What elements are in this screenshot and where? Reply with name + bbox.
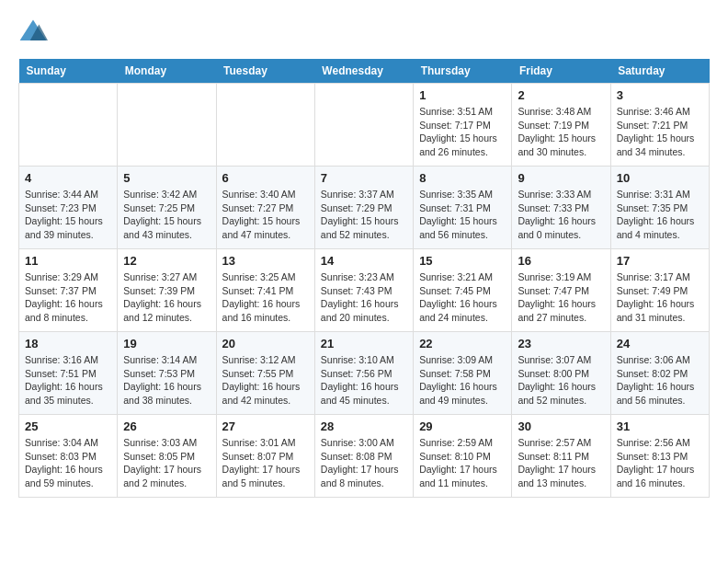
day-number: 10 <box>617 171 703 185</box>
day-detail: Sunrise: 3:35 AM Sunset: 7:31 PM Dayligh… <box>419 188 506 242</box>
calendar-cell: 24Sunrise: 3:06 AM Sunset: 8:02 PM Dayli… <box>610 332 709 415</box>
day-detail: Sunrise: 3:17 AM Sunset: 7:49 PM Dayligh… <box>617 270 703 325</box>
logo-icon <box>18 18 48 44</box>
day-number: 11 <box>25 254 111 268</box>
day-detail: Sunrise: 2:56 AM Sunset: 8:13 PM Dayligh… <box>617 436 703 490</box>
calendar-cell: 21Sunrise: 3:10 AM Sunset: 7:56 PM Dayli… <box>314 332 413 415</box>
column-header-saturday: Saturday <box>610 59 709 84</box>
calendar-cell: 12Sunrise: 3:27 AM Sunset: 7:39 PM Dayli… <box>118 249 216 332</box>
day-detail: Sunrise: 3:37 AM Sunset: 7:29 PM Dayligh… <box>321 188 407 242</box>
day-number: 29 <box>419 419 506 433</box>
calendar-cell: 26Sunrise: 3:03 AM Sunset: 8:05 PM Dayli… <box>118 415 216 498</box>
day-number: 4 <box>25 171 111 185</box>
column-header-sunday: Sunday <box>19 59 118 84</box>
day-detail: Sunrise: 3:44 AM Sunset: 7:23 PM Dayligh… <box>25 188 111 242</box>
day-number: 14 <box>321 254 407 268</box>
day-number: 31 <box>617 419 703 433</box>
day-number: 12 <box>123 254 210 268</box>
calendar-cell: 6Sunrise: 3:40 AM Sunset: 7:27 PM Daylig… <box>216 167 314 249</box>
calendar-cell: 27Sunrise: 3:01 AM Sunset: 8:07 PM Dayli… <box>216 415 314 498</box>
calendar-cell: 10Sunrise: 3:31 AM Sunset: 7:35 PM Dayli… <box>610 167 709 249</box>
logo <box>18 18 51 44</box>
column-header-friday: Friday <box>512 59 610 84</box>
day-detail: Sunrise: 3:12 AM Sunset: 7:55 PM Dayligh… <box>222 353 309 408</box>
day-number: 2 <box>518 88 604 102</box>
day-detail: Sunrise: 2:59 AM Sunset: 8:10 PM Dayligh… <box>419 436 506 490</box>
day-number: 19 <box>123 337 210 350</box>
day-number: 15 <box>419 254 506 268</box>
day-detail: Sunrise: 3:06 AM Sunset: 8:02 PM Dayligh… <box>617 353 703 408</box>
page-header <box>18 18 710 44</box>
column-header-wednesday: Wednesday <box>314 59 413 84</box>
day-detail: Sunrise: 2:57 AM Sunset: 8:11 PM Dayligh… <box>518 436 604 490</box>
day-detail: Sunrise: 3:25 AM Sunset: 7:41 PM Dayligh… <box>222 270 309 325</box>
day-number: 6 <box>222 171 309 185</box>
calendar-cell: 11Sunrise: 3:29 AM Sunset: 7:37 PM Dayli… <box>19 249 118 332</box>
calendar-cell: 4Sunrise: 3:44 AM Sunset: 7:23 PM Daylig… <box>19 167 118 249</box>
calendar-cell: 23Sunrise: 3:07 AM Sunset: 8:00 PM Dayli… <box>512 332 610 415</box>
day-detail: Sunrise: 3:16 AM Sunset: 7:51 PM Dayligh… <box>25 353 111 408</box>
calendar-cell: 9Sunrise: 3:33 AM Sunset: 7:33 PM Daylig… <box>512 167 610 249</box>
day-number: 16 <box>518 254 604 268</box>
calendar-cell: 3Sunrise: 3:46 AM Sunset: 7:21 PM Daylig… <box>610 84 709 167</box>
calendar-cell: 1Sunrise: 3:51 AM Sunset: 7:17 PM Daylig… <box>414 84 512 167</box>
day-detail: Sunrise: 3:31 AM Sunset: 7:35 PM Dayligh… <box>617 188 703 242</box>
calendar-cell <box>216 84 314 167</box>
calendar-cell: 25Sunrise: 3:04 AM Sunset: 8:03 PM Dayli… <box>19 415 118 498</box>
calendar-cell <box>314 84 413 167</box>
calendar-cell: 30Sunrise: 2:57 AM Sunset: 8:11 PM Dayli… <box>512 415 610 498</box>
day-detail: Sunrise: 3:23 AM Sunset: 7:43 PM Dayligh… <box>321 270 407 325</box>
calendar-week-1: 1Sunrise: 3:51 AM Sunset: 7:17 PM Daylig… <box>19 84 710 167</box>
calendar-cell: 13Sunrise: 3:25 AM Sunset: 7:41 PM Dayli… <box>216 249 314 332</box>
day-number: 9 <box>518 171 604 185</box>
day-number: 1 <box>419 88 506 102</box>
column-header-monday: Monday <box>118 59 216 84</box>
calendar-cell: 18Sunrise: 3:16 AM Sunset: 7:51 PM Dayli… <box>19 332 118 415</box>
calendar-cell: 16Sunrise: 3:19 AM Sunset: 7:47 PM Dayli… <box>512 249 610 332</box>
day-number: 7 <box>321 171 407 185</box>
day-detail: Sunrise: 3:29 AM Sunset: 7:37 PM Dayligh… <box>25 270 111 325</box>
day-detail: Sunrise: 3:14 AM Sunset: 7:53 PM Dayligh… <box>123 353 210 408</box>
day-detail: Sunrise: 3:09 AM Sunset: 7:58 PM Dayligh… <box>419 353 506 408</box>
calendar-week-4: 18Sunrise: 3:16 AM Sunset: 7:51 PM Dayli… <box>19 332 710 415</box>
calendar-cell: 17Sunrise: 3:17 AM Sunset: 7:49 PM Dayli… <box>610 249 709 332</box>
day-detail: Sunrise: 3:07 AM Sunset: 8:00 PM Dayligh… <box>518 353 604 408</box>
column-header-tuesday: Tuesday <box>216 59 314 84</box>
column-header-thursday: Thursday <box>414 59 512 84</box>
day-detail: Sunrise: 3:48 AM Sunset: 7:19 PM Dayligh… <box>518 105 604 159</box>
day-detail: Sunrise: 3:21 AM Sunset: 7:45 PM Dayligh… <box>419 270 506 325</box>
day-detail: Sunrise: 3:00 AM Sunset: 8:08 PM Dayligh… <box>321 436 407 490</box>
calendar-cell: 2Sunrise: 3:48 AM Sunset: 7:19 PM Daylig… <box>512 84 610 167</box>
calendar-week-2: 4Sunrise: 3:44 AM Sunset: 7:23 PM Daylig… <box>19 167 710 249</box>
day-number: 22 <box>419 337 506 350</box>
day-number: 24 <box>617 337 703 350</box>
day-detail: Sunrise: 3:51 AM Sunset: 7:17 PM Dayligh… <box>419 105 506 159</box>
day-number: 17 <box>617 254 703 268</box>
calendar-cell: 15Sunrise: 3:21 AM Sunset: 7:45 PM Dayli… <box>414 249 512 332</box>
day-number: 20 <box>222 337 309 350</box>
day-number: 23 <box>518 337 604 350</box>
day-detail: Sunrise: 3:19 AM Sunset: 7:47 PM Dayligh… <box>518 270 604 325</box>
calendar-cell: 19Sunrise: 3:14 AM Sunset: 7:53 PM Dayli… <box>118 332 216 415</box>
day-number: 3 <box>617 88 703 102</box>
calendar-cell: 7Sunrise: 3:37 AM Sunset: 7:29 PM Daylig… <box>314 167 413 249</box>
day-detail: Sunrise: 3:01 AM Sunset: 8:07 PM Dayligh… <box>222 436 309 490</box>
calendar-cell: 5Sunrise: 3:42 AM Sunset: 7:25 PM Daylig… <box>118 167 216 249</box>
calendar-cell: 31Sunrise: 2:56 AM Sunset: 8:13 PM Dayli… <box>610 415 709 498</box>
calendar-cell: 8Sunrise: 3:35 AM Sunset: 7:31 PM Daylig… <box>414 167 512 249</box>
day-detail: Sunrise: 3:10 AM Sunset: 7:56 PM Dayligh… <box>321 353 407 408</box>
day-number: 21 <box>321 337 407 350</box>
header-row: SundayMondayTuesdayWednesdayThursdayFrid… <box>19 59 710 84</box>
calendar-cell: 20Sunrise: 3:12 AM Sunset: 7:55 PM Dayli… <box>216 332 314 415</box>
calendar-week-5: 25Sunrise: 3:04 AM Sunset: 8:03 PM Dayli… <box>19 415 710 498</box>
day-detail: Sunrise: 3:46 AM Sunset: 7:21 PM Dayligh… <box>617 105 703 159</box>
calendar-cell: 28Sunrise: 3:00 AM Sunset: 8:08 PM Dayli… <box>314 415 413 498</box>
calendar-cell: 14Sunrise: 3:23 AM Sunset: 7:43 PM Dayli… <box>314 249 413 332</box>
day-number: 18 <box>25 337 111 350</box>
calendar-cell: 22Sunrise: 3:09 AM Sunset: 7:58 PM Dayli… <box>414 332 512 415</box>
day-detail: Sunrise: 3:04 AM Sunset: 8:03 PM Dayligh… <box>25 436 111 490</box>
calendar-week-3: 11Sunrise: 3:29 AM Sunset: 7:37 PM Dayli… <box>19 249 710 332</box>
calendar-cell <box>19 84 118 167</box>
day-number: 5 <box>123 171 210 185</box>
day-detail: Sunrise: 3:42 AM Sunset: 7:25 PM Dayligh… <box>123 188 210 242</box>
